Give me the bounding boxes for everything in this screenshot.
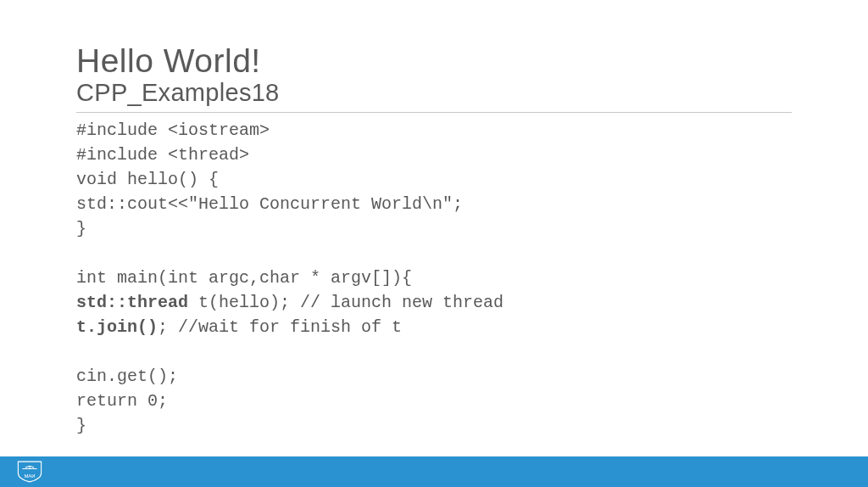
slide-content: Hello World! CPP_Examples18 #include <io… bbox=[0, 0, 868, 438]
title-divider bbox=[76, 112, 792, 113]
code-line bbox=[76, 339, 792, 364]
code-segment: t.join() bbox=[76, 317, 158, 337]
code-line: void hello() { bbox=[76, 167, 792, 192]
code-line: #include <thread> bbox=[76, 143, 792, 167]
footer-bar: МАИ bbox=[0, 456, 868, 487]
code-line: } bbox=[76, 413, 792, 438]
code-line: return 0; bbox=[76, 389, 792, 413]
code-line: t.join(); //wait for finish of t bbox=[76, 315, 792, 339]
code-block: #include <iostream>#include <thread>void… bbox=[76, 118, 792, 438]
code-line: #include <iostream> bbox=[76, 118, 792, 143]
code-line: int main(int argc,char * argv[]){ bbox=[76, 266, 792, 290]
code-line bbox=[76, 241, 792, 266]
mai-logo-icon: МАИ bbox=[15, 460, 44, 484]
code-line: } bbox=[76, 216, 792, 241]
code-segment: t(hello); // launch new thread bbox=[188, 293, 504, 312]
slide-title: Hello World! bbox=[76, 42, 792, 81]
code-line: std::cout<<"Hello Concurrent World\n"; bbox=[76, 192, 792, 216]
logo-text: МАИ bbox=[24, 473, 35, 479]
slide-subtitle: CPP_Examples18 bbox=[76, 79, 792, 107]
code-segment: std::thread bbox=[76, 293, 188, 312]
code-segment: ; //wait for finish of t bbox=[158, 317, 402, 337]
code-line: cin.get(); bbox=[76, 364, 792, 389]
code-line: std::thread t(hello); // launch new thre… bbox=[76, 290, 792, 315]
